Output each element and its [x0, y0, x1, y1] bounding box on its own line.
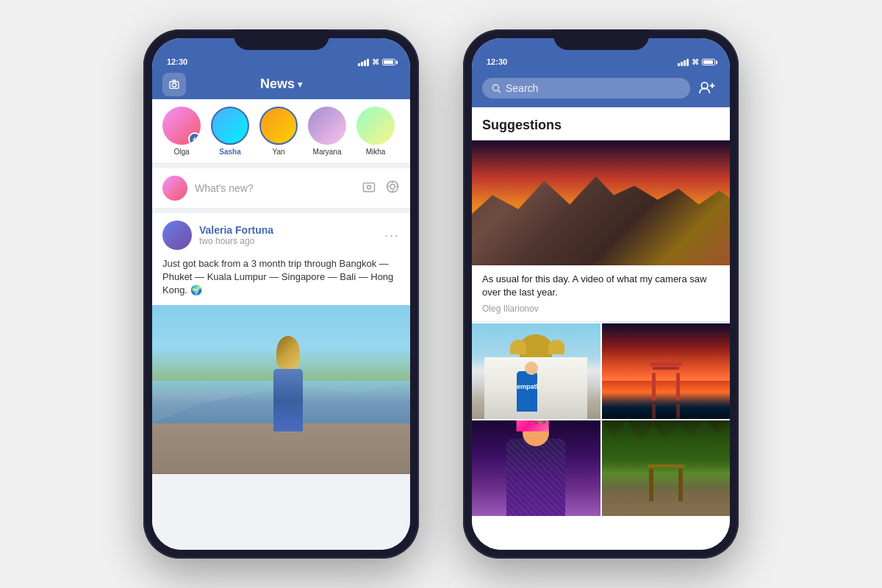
- wifi-icon: ⌘: [372, 58, 379, 66]
- grid-photo-pinkgirl[interactable]: 🌺: [472, 420, 600, 516]
- suggestions-title: Suggestions: [472, 107, 730, 140]
- svg-point-3: [368, 185, 371, 189]
- post-text: Just got back from a 3 month trip throug…: [152, 254, 410, 305]
- status-icons-right: ⌘: [678, 58, 715, 66]
- whats-new-bar[interactable]: What's new?: [152, 168, 410, 209]
- story-name-yan: Yan: [272, 148, 284, 156]
- post-author-info: Valeria Fortuna two hours ago: [162, 220, 273, 250]
- notch-right: [553, 29, 649, 50]
- story-avatar-olga: +: [162, 107, 201, 145]
- status-icons-left: ⌘: [358, 58, 395, 66]
- story-avatar-mikha: [356, 107, 395, 145]
- suggestion-card[interactable]: As usual for this day. A video of what m…: [472, 140, 730, 322]
- nav-title-news[interactable]: News ▾: [260, 76, 302, 92]
- suggestion-author: Oleg Illarionov: [472, 302, 730, 321]
- suggestion-image: [472, 140, 730, 265]
- story-name-olga: Olga: [173, 148, 189, 156]
- notch-left: [234, 29, 329, 50]
- news-nav-bar: News ▾: [152, 71, 410, 99]
- time-left: 12:30: [167, 57, 187, 66]
- svg-point-5: [390, 184, 395, 189]
- story-item-mikha[interactable]: Mikha: [356, 107, 395, 156]
- story-name-sasha: Sasha: [219, 148, 240, 156]
- post-card: Valeria Fortuna two hours ago ··· Just g…: [152, 213, 410, 474]
- post-author-name[interactable]: Valeria Fortuna: [199, 224, 273, 236]
- battery-icon-right: [702, 59, 715, 65]
- story-item-olga[interactable]: + Olga: [162, 107, 201, 156]
- post-author-meta: Valeria Fortuna two hours ago: [199, 224, 273, 246]
- story-name-mikha: Mikha: [366, 148, 386, 156]
- add-story-icon: +: [188, 132, 201, 145]
- post-avatar: [162, 220, 192, 250]
- story-item-maryana[interactable]: Maryana: [308, 107, 346, 156]
- signal-icon: [358, 59, 369, 66]
- story-avatar-sasha: [211, 107, 249, 145]
- grid-photo-torii[interactable]: [602, 323, 731, 419]
- news-feed-content: + Olga Sasha Yan Maryana: [152, 99, 410, 550]
- story-avatar-maryana: [308, 107, 346, 145]
- grid-photo-ruins[interactable]: [602, 420, 731, 516]
- svg-point-1: [172, 83, 176, 87]
- time-right: 12:30: [487, 57, 507, 66]
- phone-left: 12:30 ⌘ News ▾: [143, 29, 419, 559]
- camera-button[interactable]: [162, 73, 186, 96]
- chevron-down-icon: ▾: [298, 79, 302, 90]
- suggestion-caption: As usual for this day. A video of what m…: [472, 265, 730, 302]
- battery-icon: [382, 59, 395, 65]
- post-image: [152, 305, 410, 474]
- stories-row: + Olga Sasha Yan Maryana: [152, 99, 410, 164]
- svg-rect-2: [364, 183, 375, 192]
- signal-icon-right: [678, 59, 689, 66]
- search-nav-bar: Search: [472, 71, 730, 107]
- story-avatar-yan: [259, 107, 298, 145]
- search-content: Suggestions As usual for this day. A vid…: [472, 107, 730, 550]
- svg-point-10: [492, 85, 498, 90]
- whats-new-icons: [362, 179, 400, 198]
- phone-right: 12:30 ⌘ Search: [463, 29, 739, 559]
- photo-icon[interactable]: [362, 179, 376, 198]
- target-icon[interactable]: [385, 179, 400, 198]
- photo-grid: empathy: [472, 323, 730, 516]
- grid-photo-mosque[interactable]: empathy: [472, 323, 600, 419]
- search-placeholder: Search: [506, 82, 538, 94]
- story-item-sasha[interactable]: Sasha: [211, 107, 249, 156]
- wifi-icon-right: ⌘: [692, 58, 699, 66]
- story-item-yan[interactable]: Yan: [259, 107, 298, 156]
- svg-line-11: [498, 90, 501, 93]
- post-time: two hours ago: [199, 236, 273, 246]
- add-friend-button[interactable]: [696, 76, 720, 100]
- whats-new-input[interactable]: What's new?: [195, 182, 354, 194]
- post-header: Valeria Fortuna two hours ago ···: [152, 213, 410, 254]
- user-avatar-small: [162, 176, 187, 201]
- search-box[interactable]: Search: [482, 78, 690, 98]
- post-more-button[interactable]: ···: [384, 228, 400, 243]
- story-name-maryana: Maryana: [313, 148, 342, 156]
